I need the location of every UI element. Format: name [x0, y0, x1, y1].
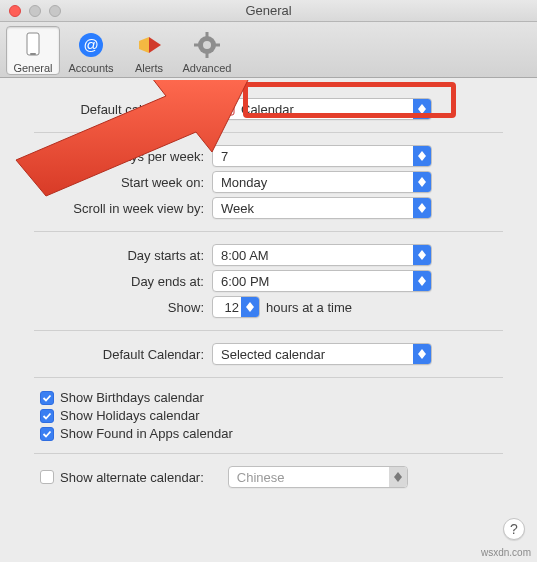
- select-start-week[interactable]: Monday: [212, 171, 432, 193]
- svg-text:17: 17: [224, 108, 232, 115]
- select-value: Chinese: [237, 470, 285, 485]
- window-controls: [0, 5, 61, 17]
- row-show-hours: Show: 12 hours at a time: [34, 296, 503, 318]
- help-button[interactable]: ?: [503, 518, 525, 540]
- separator: [34, 377, 503, 378]
- label-day-ends: Day ends at:: [34, 274, 212, 289]
- tab-label: Advanced: [183, 62, 232, 74]
- select-value: Calendar: [241, 102, 294, 117]
- chevron-updown-icon: [413, 146, 431, 166]
- select-alternate-calendar[interactable]: Chinese: [228, 466, 408, 488]
- advanced-icon: [191, 29, 223, 61]
- row-days-per-week: Days per week: 7: [34, 145, 503, 167]
- chevron-updown-icon: [413, 271, 431, 291]
- close-button[interactable]: [9, 5, 21, 17]
- row-start-week: Start week on: Monday: [34, 171, 503, 193]
- svg-rect-6: [206, 32, 209, 37]
- tab-label: General: [13, 62, 52, 74]
- chevron-updown-icon: [413, 99, 431, 119]
- row-day-ends: Day ends at: 6:00 PM: [34, 270, 503, 292]
- checkbox-alternate[interactable]: [40, 470, 54, 484]
- label-default-app: Default calendar app:: [34, 102, 212, 117]
- general-icon: [17, 29, 49, 61]
- select-day-starts[interactable]: 8:00 AM: [212, 244, 432, 266]
- window-title: General: [0, 3, 537, 18]
- select-value: 8:00 AM: [221, 248, 269, 263]
- check-row-holidays: Show Holidays calendar: [40, 408, 503, 423]
- preferences-toolbar: General @ Accounts Alerts Advanced: [0, 22, 537, 78]
- chevron-updown-icon: [413, 172, 431, 192]
- svg-rect-0: [27, 33, 39, 55]
- check-row-birthdays: Show Birthdays calendar: [40, 390, 503, 405]
- label-days-per-week: Days per week:: [34, 149, 212, 164]
- select-days-per-week[interactable]: 7: [212, 145, 432, 167]
- general-pane: Default calendar app: 17 Calendar Days p…: [0, 78, 537, 503]
- tab-alerts[interactable]: Alerts: [122, 26, 176, 75]
- check-row-alternate: Show alternate calendar: Chinese: [40, 466, 503, 488]
- row-day-starts: Day starts at: 8:00 AM: [34, 244, 503, 266]
- separator: [34, 330, 503, 331]
- separator: [34, 453, 503, 454]
- chevron-updown-icon: [413, 344, 431, 364]
- svg-rect-9: [215, 44, 220, 47]
- select-value: 7: [221, 149, 228, 164]
- checkbox-label: Show Holidays calendar: [60, 408, 199, 423]
- chevron-updown-icon: [389, 467, 407, 487]
- select-scroll-view[interactable]: Week: [212, 197, 432, 219]
- tab-general[interactable]: General: [6, 26, 60, 75]
- label-day-starts: Day starts at:: [34, 248, 212, 263]
- label-scroll-view: Scroll in week view by:: [34, 201, 212, 216]
- help-icon: ?: [510, 521, 518, 537]
- row-default-calendar: Default Calendar: Selected calendar: [34, 343, 503, 365]
- checkbox-label: Show Birthdays calendar: [60, 390, 204, 405]
- select-show-hours[interactable]: 12: [212, 296, 260, 318]
- checkbox-label: Show Found in Apps calendar: [60, 426, 233, 441]
- select-value: 6:00 PM: [221, 274, 269, 289]
- check-row-found: Show Found in Apps calendar: [40, 426, 503, 441]
- label-show-suffix: hours at a time: [266, 300, 352, 315]
- row-scroll-view: Scroll in week view by: Week: [34, 197, 503, 219]
- chevron-updown-icon: [241, 297, 259, 317]
- svg-rect-7: [206, 53, 209, 58]
- svg-rect-8: [194, 44, 199, 47]
- label-show: Show:: [34, 300, 212, 315]
- tab-advanced[interactable]: Advanced: [180, 26, 234, 75]
- label-start-week: Start week on:: [34, 175, 212, 190]
- chevron-updown-icon: [413, 245, 431, 265]
- separator: [34, 231, 503, 232]
- checkbox-label: Show alternate calendar:: [60, 470, 204, 485]
- accounts-icon: @: [75, 29, 107, 61]
- titlebar: General: [0, 0, 537, 22]
- calendar-app-icon: 17: [221, 102, 235, 116]
- select-value: 12: [225, 300, 239, 315]
- alerts-icon: [133, 29, 165, 61]
- select-default-app[interactable]: 17 Calendar: [212, 98, 432, 120]
- checkbox-birthdays[interactable]: [40, 391, 54, 405]
- zoom-button[interactable]: [49, 5, 61, 17]
- chevron-updown-icon: [413, 198, 431, 218]
- select-day-ends[interactable]: 6:00 PM: [212, 270, 432, 292]
- tab-label: Alerts: [135, 62, 163, 74]
- checkbox-found[interactable]: [40, 427, 54, 441]
- svg-point-5: [203, 41, 211, 49]
- select-default-calendar[interactable]: Selected calendar: [212, 343, 432, 365]
- select-value: Selected calendar: [221, 347, 325, 362]
- select-value: Monday: [221, 175, 267, 190]
- row-default-app: Default calendar app: 17 Calendar: [34, 98, 503, 120]
- label-default-calendar: Default Calendar:: [34, 347, 212, 362]
- select-value: Week: [221, 201, 254, 216]
- watermark: wsxdn.com: [481, 547, 531, 558]
- svg-rect-1: [30, 53, 36, 55]
- tab-label: Accounts: [68, 62, 113, 74]
- checkbox-holidays[interactable]: [40, 409, 54, 423]
- minimize-button[interactable]: [29, 5, 41, 17]
- tab-accounts[interactable]: @ Accounts: [64, 26, 118, 75]
- svg-text:@: @: [83, 36, 98, 53]
- separator: [34, 132, 503, 133]
